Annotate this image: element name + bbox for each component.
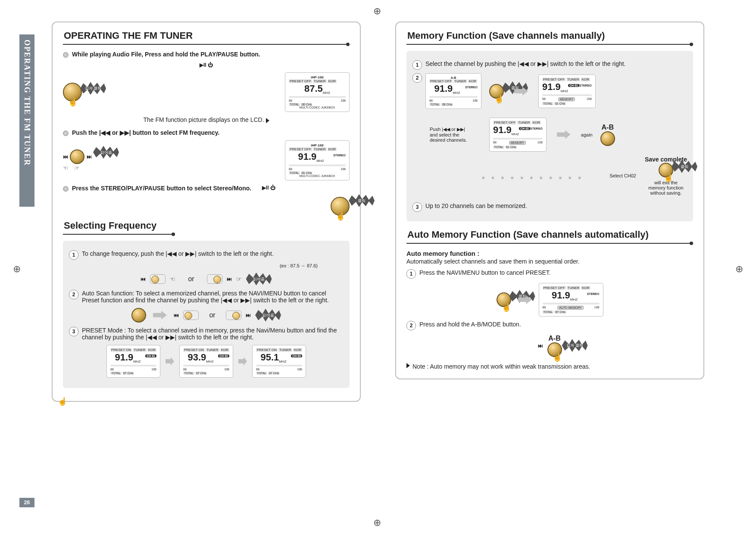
lcd-freq: 91.9 [542,81,561,92]
crop-mark-icon: ⊕ [373,517,381,528]
lcd-tag: KOR [328,79,337,83]
lcd-tag: TUNER [278,348,292,352]
lcd-chan: CH 01 [145,354,156,357]
lcd-stereo: STEREO [587,292,600,295]
section-title-memory: Memory Function (Save channels manually) [407,30,693,41]
lcd-footer: MULTI-CODEC JUKEBOX [289,106,346,109]
lcd-2: iHP-100 PRESET OFF TUNER KOR 91.9MHZSTER… [285,140,350,180]
page-number-left: 26 [19,498,34,507]
scale-r: 108 [587,97,592,101]
scale-r: 108 [151,368,156,371]
auto-body: Automatically select channels and save t… [406,258,693,265]
lcd-ch: 00 CHs [441,103,453,106]
lcd-ch: 01 CHs [301,171,312,174]
lcd-ch: 01 CHs [554,102,566,105]
hand-icon: ☝ [502,303,511,312]
crop-mark-icon: ⊕ [13,264,21,275]
bullet-b1: While playing Audio File, Press and hold… [72,51,260,58]
lcd-tag: KOR [220,348,229,352]
lcd-tag: TUNER [566,78,580,81]
lcd-tag: TUNER [133,348,147,352]
triangle-icon [266,118,269,123]
lcd-total: TOTAL [429,103,440,106]
lcd-preset-a: PRESET ONTUNERKOR 91.9MHZCH 01 88108 TOT… [106,345,160,378]
scale-l: 88 [493,141,497,145]
lcd-tag: KOR [468,79,477,83]
lcd-1: iHP-100 PRESET OFF TUNER KOR 87.5MHZ 881… [285,72,350,112]
lcd-chan: CH 02 [218,354,229,357]
right-panel: Memory Function (Save channels manually)… [395,22,704,379]
dial-button[interactable] [131,308,146,323]
lcd-tag: PRESET ON [183,348,205,352]
hand-icon: ☝ [664,173,673,183]
lcd-total: TOTAL [542,102,553,105]
next-icon: ⏭ [538,343,543,349]
lcd-freq: 91.9 [115,352,134,363]
crop-mark-icon: ⊕ [373,6,381,17]
gray-box-selecting: 1To change frequency, push the |◀◀ or ▶▶… [63,241,350,388]
prev-icon: ⏮ [141,276,146,282]
scale-l: 88 [429,99,433,102]
lcd-ch: 07 CHs [268,372,280,375]
lcd-freq: 95.1 [261,352,279,363]
switch-left[interactable] [150,274,166,284]
mem-step1: Select the channel by pushing the |◀◀ or… [425,60,626,67]
caption-text: The FM function picture displays on the … [143,116,264,123]
scale-r: 108 [341,168,346,171]
rule [406,243,693,244]
arrow-icon [153,311,167,320]
switch-right[interactable] [207,274,222,284]
lcd-total: TOTAL [493,146,504,149]
scale-r: 108 [224,368,229,371]
lcd-total: TOTAL [289,103,300,106]
dial-button[interactable] [70,149,84,164]
lcd-stereo: STEREO [465,86,478,89]
hand-icon: ☝ [553,353,562,362]
push-instruction: Push |◀◀ or ▶▶| and select the desired c… [430,127,481,143]
bullet-b3: Press the STEREO/PLAY/PAUSE button to se… [72,185,251,192]
lcd-unit: MHZ [570,298,578,301]
scale-l: 88 [289,99,292,102]
note-text: Note : Auto memory may not work within w… [412,363,590,370]
scale-r: 108 [537,141,543,145]
next-icon: ⏭ [227,276,232,282]
lcd-tag: TUNER [313,147,327,151]
lcd-unit: MHZ [279,360,286,363]
step-num: 1 [412,60,422,70]
lcd-freq: 91.9 [298,151,317,162]
lcd-caption: The FM function picture displays on the … [63,116,350,123]
dial-button[interactable] [600,131,615,146]
switch-left[interactable] [183,310,199,320]
left-panel: OPERATING THE FM TUNER While playing Aud… [52,22,361,402]
finger-right-icon: ☞ [236,276,242,283]
hand-icon: ☝ [336,211,345,221]
lcd-freq: 91.9 [552,290,570,301]
starburst-hold: 길게 클릭 [562,339,588,352]
bullet-icon [63,130,69,136]
step-num: 2 [412,73,422,83]
scale-l: 88 [256,368,259,371]
switch-right[interactable] [226,310,241,320]
step3-text: PRESET Mode : To select a channel saved … [82,327,344,341]
lcd-top-row: PRESET OFF TUNER KOR [289,79,346,83]
arrow-icon [557,130,571,139]
rule [406,44,693,45]
lcd-unit: MHZ [453,91,460,95]
left-sidebar-tab: OPERATING THE FM TUNER [19,34,34,207]
section-title-auto: Auto Memory Function (Save channels auto… [407,229,693,240]
play-power-icon: ▶II ⏻ [200,62,213,68]
lcd-total: TOTAL [110,372,122,375]
auto-step2: Press and hold the A-B/MODE button. [419,321,521,328]
starburst-hold: 길게 클릭 [80,82,106,95]
lcd-total: TOTAL [256,372,267,375]
lcd-tag: PRESET OFF [543,286,566,290]
scale-l: 88 [542,97,546,101]
next-icon: ⏭ [87,154,92,160]
gray-box-memory: 1Select the channel by pushing the |◀◀ o… [406,51,693,221]
bullet-icon [63,186,69,192]
note-row: Note : Auto memory may not work within w… [406,363,693,370]
lcd-unit: MHZ [561,89,568,93]
scale-l: 88 [289,168,292,171]
or-text: or [188,275,194,283]
step-num: 2 [406,321,416,330]
